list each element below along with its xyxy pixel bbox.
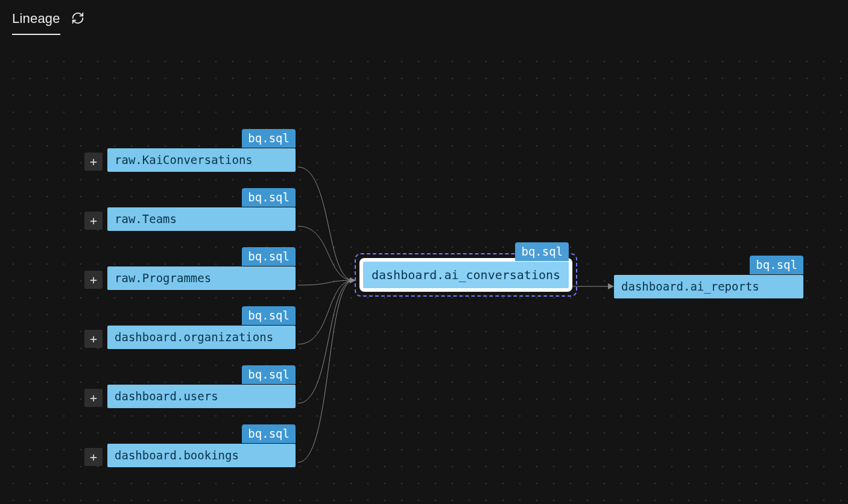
refresh-icon[interactable]: [71, 11, 84, 27]
tab-lineage[interactable]: Lineage: [12, 11, 60, 35]
plus-icon: +: [90, 213, 97, 228]
lineage-node[interactable]: + bq.sql dashboard.bookings: [84, 444, 296, 467]
expand-button[interactable]: +: [84, 212, 103, 230]
plus-icon: +: [90, 332, 97, 346]
node-label: raw.Programmes: [107, 266, 296, 290]
expand-button[interactable]: +: [84, 448, 103, 466]
lineage-node[interactable]: + bq.sql raw.Teams: [84, 207, 296, 231]
node-tag: bq.sql: [242, 306, 296, 325]
expand-button[interactable]: +: [84, 271, 103, 289]
plus-icon: +: [90, 391, 97, 405]
node-tag: bq.sql: [242, 247, 296, 266]
node-tag: bq.sql: [750, 256, 803, 274]
lineage-node[interactable]: + bq.sql dashboard.organizations: [84, 326, 296, 349]
svg-marker-1: [608, 283, 614, 289]
node-tag: bq.sql: [242, 424, 296, 443]
node-label: dashboard.organizations: [107, 326, 296, 349]
node-label: dashboard.ai_conversations: [363, 262, 569, 288]
node-tag: bq.sql: [242, 365, 296, 384]
expand-button[interactable]: +: [84, 153, 103, 171]
expand-button[interactable]: +: [84, 330, 103, 348]
lineage-node-selected[interactable]: bq.sql dashboard.ai_conversations: [355, 253, 577, 297]
expand-button[interactable]: +: [84, 389, 103, 407]
node-label: dashboard.bookings: [107, 444, 296, 467]
lineage-node[interactable]: bq.sql dashboard.ai_reports: [614, 275, 803, 298]
node-tag: bq.sql: [242, 129, 296, 148]
node-label: raw.Teams: [107, 207, 296, 231]
plus-icon: +: [90, 272, 97, 287]
node-tag: bq.sql: [515, 242, 569, 261]
node-label: dashboard.users: [107, 385, 296, 408]
lineage-node[interactable]: + bq.sql raw.Programmes: [84, 266, 296, 290]
node-tag: bq.sql: [242, 188, 296, 207]
lineage-node[interactable]: + bq.sql dashboard.users: [84, 385, 296, 408]
plus-icon: +: [90, 450, 97, 464]
lineage-node[interactable]: + bq.sql raw.KaiConversations: [84, 148, 296, 172]
node-label: raw.KaiConversations: [107, 148, 296, 172]
plus-icon: +: [90, 154, 97, 169]
lineage-canvas[interactable]: + bq.sql raw.KaiConversations + bq.sql r…: [0, 48, 848, 504]
node-label: dashboard.ai_reports: [614, 275, 803, 298]
